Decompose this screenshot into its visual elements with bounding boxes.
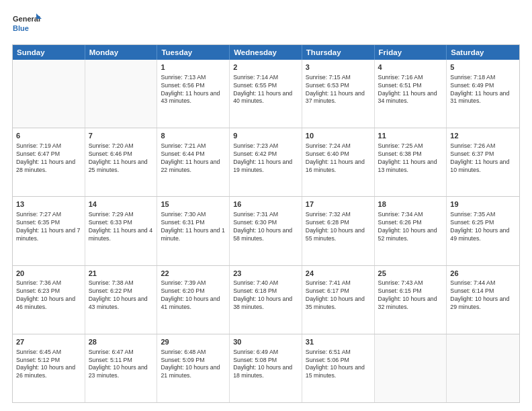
empty-cell [375,334,447,402]
day-number: 3 [306,62,371,73]
day-number: 10 [306,131,371,141]
day-cell-17: 17Sunrise: 7:32 AM Sunset: 6:28 PM Dayli… [302,197,375,265]
day-cell-18: 18Sunrise: 7:34 AM Sunset: 6:26 PM Dayli… [375,197,447,265]
day-details: Sunrise: 7:19 AM Sunset: 6:47 PM Dayligh… [16,142,81,175]
day-number: 26 [450,269,516,279]
day-details: Sunrise: 7:40 AM Sunset: 6:18 PM Dayligh… [233,279,298,312]
day-header-monday: Monday [85,45,158,60]
logo: General Blue [12,11,42,38]
day-details: Sunrise: 7:18 AM Sunset: 6:49 PM Dayligh… [450,74,516,106]
day-cell-16: 16Sunrise: 7:31 AM Sunset: 6:30 PM Dayli… [230,197,302,265]
day-number: 28 [89,337,154,347]
day-details: Sunrise: 7:15 AM Sunset: 6:53 PM Dayligh… [306,74,371,106]
day-cell-11: 11Sunrise: 7:25 AM Sunset: 6:38 PM Dayli… [375,128,447,196]
day-header-wednesday: Wednesday [230,45,302,60]
day-number: 21 [89,269,154,279]
day-details: Sunrise: 7:34 AM Sunset: 6:26 PM Dayligh… [378,211,443,243]
day-cell-28: 28Sunrise: 6:47 AM Sunset: 5:11 PM Dayli… [85,334,158,402]
day-cell-15: 15Sunrise: 7:30 AM Sunset: 6:31 PM Dayli… [157,197,230,265]
day-details: Sunrise: 7:27 AM Sunset: 6:35 PM Dayligh… [16,211,81,243]
day-number: 11 [378,131,443,141]
day-details: Sunrise: 7:35 AM Sunset: 6:25 PM Dayligh… [450,211,516,243]
day-cell-24: 24Sunrise: 7:41 AM Sunset: 6:17 PM Dayli… [302,266,375,334]
day-details: Sunrise: 7:36 AM Sunset: 6:23 PM Dayligh… [16,279,81,312]
day-number: 4 [378,62,443,73]
day-number: 20 [16,269,81,279]
day-details: Sunrise: 7:13 AM Sunset: 6:56 PM Dayligh… [161,74,226,106]
day-cell-10: 10Sunrise: 7:24 AM Sunset: 6:40 PM Dayli… [302,128,375,196]
calendar-row-3: 13Sunrise: 7:27 AM Sunset: 6:35 PM Dayli… [13,196,519,265]
day-cell-20: 20Sunrise: 7:36 AM Sunset: 6:23 PM Dayli… [13,266,85,334]
day-header-tuesday: Tuesday [157,45,230,60]
day-cell-29: 29Sunrise: 6:48 AM Sunset: 5:09 PM Dayli… [157,334,230,402]
day-cell-31: 31Sunrise: 6:51 AM Sunset: 5:06 PM Dayli… [302,334,375,402]
day-cell-23: 23Sunrise: 7:40 AM Sunset: 6:18 PM Dayli… [230,266,302,334]
day-number: 22 [161,269,226,279]
day-number: 17 [306,199,371,210]
day-cell-14: 14Sunrise: 7:29 AM Sunset: 6:33 PM Dayli… [85,197,158,265]
day-details: Sunrise: 6:48 AM Sunset: 5:09 PM Dayligh… [161,349,226,381]
day-details: Sunrise: 7:14 AM Sunset: 6:55 PM Dayligh… [233,74,298,106]
svg-text:Blue: Blue [13,24,29,32]
day-cell-22: 22Sunrise: 7:39 AM Sunset: 6:20 PM Dayli… [157,266,230,334]
day-cell-1: 1Sunrise: 7:13 AM Sunset: 6:56 PM Daylig… [157,60,230,128]
day-cell-7: 7Sunrise: 7:20 AM Sunset: 6:46 PM Daylig… [85,128,158,196]
day-number: 14 [89,199,154,210]
day-cell-5: 5Sunrise: 7:18 AM Sunset: 6:49 PM Daylig… [447,60,519,128]
day-number: 23 [233,269,298,279]
day-cell-12: 12Sunrise: 7:26 AM Sunset: 6:37 PM Dayli… [447,128,519,196]
day-details: Sunrise: 6:47 AM Sunset: 5:11 PM Dayligh… [89,349,154,381]
day-cell-6: 6Sunrise: 7:19 AM Sunset: 6:47 PM Daylig… [13,128,85,196]
day-number: 27 [16,337,81,347]
day-details: Sunrise: 7:32 AM Sunset: 6:28 PM Dayligh… [306,211,371,243]
day-details: Sunrise: 7:43 AM Sunset: 6:15 PM Dayligh… [378,279,443,312]
empty-cell [447,334,519,402]
day-details: Sunrise: 7:29 AM Sunset: 6:33 PM Dayligh… [89,211,154,243]
day-number: 5 [450,62,516,73]
day-number: 13 [16,199,81,210]
day-details: Sunrise: 7:31 AM Sunset: 6:30 PM Dayligh… [233,211,298,243]
day-details: Sunrise: 7:25 AM Sunset: 6:38 PM Dayligh… [378,142,443,175]
day-details: Sunrise: 6:49 AM Sunset: 5:08 PM Dayligh… [233,349,298,381]
day-number: 18 [378,199,443,210]
calendar-row-1: 1Sunrise: 7:13 AM Sunset: 6:56 PM Daylig… [13,60,519,128]
calendar-body: 1Sunrise: 7:13 AM Sunset: 6:56 PM Daylig… [13,60,519,402]
day-details: Sunrise: 7:44 AM Sunset: 6:14 PM Dayligh… [450,279,516,312]
svg-text:General: General [13,15,40,23]
day-number: 19 [450,199,516,210]
day-number: 31 [306,337,371,347]
day-details: Sunrise: 7:24 AM Sunset: 6:40 PM Dayligh… [306,142,371,175]
day-cell-27: 27Sunrise: 6:45 AM Sunset: 5:12 PM Dayli… [13,334,85,402]
day-cell-25: 25Sunrise: 7:43 AM Sunset: 6:15 PM Dayli… [375,266,447,334]
day-number: 8 [161,131,226,141]
day-number: 25 [378,269,443,279]
day-details: Sunrise: 7:30 AM Sunset: 6:31 PM Dayligh… [161,211,226,243]
day-cell-3: 3Sunrise: 7:15 AM Sunset: 6:53 PM Daylig… [302,60,375,128]
day-cell-2: 2Sunrise: 7:14 AM Sunset: 6:55 PM Daylig… [230,60,302,128]
day-details: Sunrise: 7:41 AM Sunset: 6:17 PM Dayligh… [306,279,371,312]
day-details: Sunrise: 7:21 AM Sunset: 6:44 PM Dayligh… [161,142,226,175]
day-header-thursday: Thursday [302,45,375,60]
day-number: 7 [89,131,154,141]
day-cell-19: 19Sunrise: 7:35 AM Sunset: 6:25 PM Dayli… [447,197,519,265]
day-header-sunday: Sunday [13,45,85,60]
day-number: 30 [233,337,298,347]
day-number: 9 [233,131,298,141]
calendar-header: SundayMondayTuesdayWednesdayThursdayFrid… [13,45,519,60]
day-details: Sunrise: 7:16 AM Sunset: 6:51 PM Dayligh… [378,74,443,106]
day-number: 2 [233,62,298,73]
day-details: Sunrise: 6:45 AM Sunset: 5:12 PM Dayligh… [16,349,81,381]
day-number: 1 [161,62,226,73]
day-header-friday: Friday [375,45,447,60]
day-cell-30: 30Sunrise: 6:49 AM Sunset: 5:08 PM Dayli… [230,334,302,402]
day-details: Sunrise: 7:23 AM Sunset: 6:42 PM Dayligh… [233,142,298,175]
page-header: General Blue [12,11,520,38]
day-cell-13: 13Sunrise: 7:27 AM Sunset: 6:35 PM Dayli… [13,197,85,265]
day-details: Sunrise: 7:20 AM Sunset: 6:46 PM Dayligh… [89,142,154,175]
calendar-row-4: 20Sunrise: 7:36 AM Sunset: 6:23 PM Dayli… [13,265,519,334]
day-number: 12 [450,131,516,141]
day-details: Sunrise: 6:51 AM Sunset: 5:06 PM Dayligh… [306,349,371,381]
day-number: 6 [16,131,81,141]
logo-icon: General Blue [12,11,42,38]
calendar: SundayMondayTuesdayWednesdayThursdayFrid… [12,44,520,403]
